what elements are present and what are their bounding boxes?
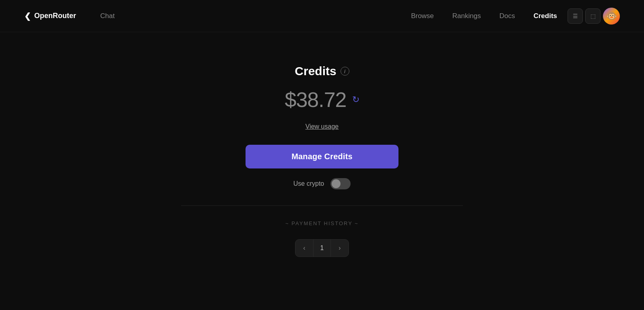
- nav-rankings[interactable]: Rankings: [444, 12, 489, 20]
- logo-icon: ❮: [24, 11, 31, 21]
- refresh-icon: ↻: [352, 94, 359, 105]
- navigation: ❮ OpenRouter Chat Browse Rankings Docs C…: [0, 0, 644, 32]
- main-content: Credits i $38.72 ↻ View usage Manage Cre…: [0, 32, 644, 257]
- crypto-row: Use crypto: [293, 178, 351, 189]
- avatar-emoji: 🐵: [606, 11, 617, 21]
- manage-credits-button[interactable]: Manage Credits: [246, 145, 398, 168]
- refresh-button[interactable]: ↻: [352, 94, 359, 105]
- payment-history-label: ~ PAYMENT HISTORY ~: [285, 220, 359, 226]
- use-crypto-label: Use crypto: [293, 180, 324, 187]
- divider: [181, 205, 463, 206]
- info-icon[interactable]: i: [341, 67, 349, 76]
- prev-page-button[interactable]: ‹: [295, 240, 313, 257]
- menu-button[interactable]: ☰: [568, 8, 583, 24]
- logo-text: OpenRouter: [34, 12, 76, 20]
- credits-title-row: Credits i: [295, 64, 349, 78]
- logo[interactable]: ❮ OpenRouter: [24, 11, 76, 21]
- page-title: Credits: [295, 64, 336, 78]
- pagination: ‹ 1 ›: [295, 239, 349, 257]
- page-number: 1: [313, 240, 331, 257]
- nav-docs[interactable]: Docs: [491, 12, 523, 20]
- nav-credits[interactable]: Credits: [525, 12, 565, 20]
- menu-icon: ☰: [573, 13, 578, 19]
- credits-amount-row: $38.72 ↻: [285, 88, 359, 112]
- credits-amount: $38.72: [285, 88, 346, 112]
- nav-browse[interactable]: Browse: [403, 12, 442, 20]
- wallet-icon: ⬚: [590, 13, 596, 19]
- avatar[interactable]: 🐵: [603, 8, 620, 25]
- next-page-button[interactable]: ›: [331, 240, 349, 257]
- toggle-thumb: [332, 179, 341, 188]
- use-crypto-toggle[interactable]: [330, 178, 351, 189]
- view-usage-link[interactable]: View usage: [305, 123, 339, 130]
- wallet-button[interactable]: ⬚: [585, 8, 601, 24]
- nav-right: Browse Rankings Docs Credits ☰ ⬚ 🐵: [403, 8, 620, 25]
- nav-chat[interactable]: Chat: [92, 12, 123, 20]
